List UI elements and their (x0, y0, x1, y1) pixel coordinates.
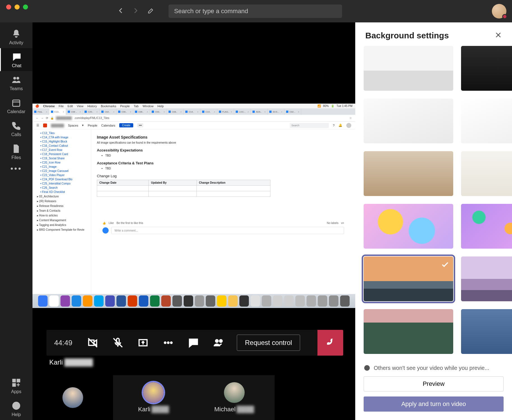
presenter-label: Karli██████ (49, 358, 93, 366)
rail-apps[interactable]: Apps (0, 374, 32, 397)
page-link: • C25_Interstitial Compo (40, 181, 91, 186)
page-group: ▸ Tagging and Analytics (37, 223, 91, 227)
page-link: • C23_Video Player (40, 173, 91, 177)
page-link: • C24_PDF Download Blo (40, 177, 91, 181)
close-window[interactable] (6, 4, 11, 10)
participant-empty (275, 375, 355, 420)
create-button: Create (119, 123, 133, 127)
participant[interactable]: Michael████ (194, 375, 275, 420)
check-icon (441, 260, 449, 270)
page-link: • C18_Persistent Card (40, 152, 91, 156)
share-toggle[interactable] (130, 330, 156, 356)
dock-app (318, 295, 327, 307)
dock-app (105, 295, 115, 307)
dock-app (262, 295, 271, 307)
svg-point-1 (17, 77, 19, 80)
rail-calendar[interactable]: Calendar (0, 94, 32, 117)
dock-app (94, 295, 104, 307)
minimize-window[interactable] (15, 4, 20, 10)
close-icon[interactable] (495, 31, 502, 40)
presence-badge (502, 14, 507, 19)
search-input[interactable]: Search or type a command (169, 4, 342, 18)
background-option[interactable] (461, 46, 512, 91)
confluence-header: ☰ ██████ Spaces▾ People Calendars Create… (32, 122, 355, 129)
background-option[interactable] (364, 151, 453, 196)
rail-chat[interactable]: Chat (0, 48, 32, 71)
dock-app (307, 295, 316, 307)
dock-app (340, 295, 350, 307)
dock-app (116, 295, 126, 307)
page-group: ▸ 03_Architecture (37, 194, 91, 199)
preview-button[interactable]: Preview (364, 376, 504, 391)
browser-tab: C06.. × (116, 109, 133, 115)
background-option[interactable] (364, 309, 453, 354)
zoom-window[interactable] (23, 4, 28, 10)
dock-app (139, 295, 148, 307)
apply-button[interactable]: Apply and turn on video (364, 396, 504, 412)
background-option[interactable] (461, 204, 512, 249)
page-group: ▸ How-to articles (37, 213, 91, 218)
page-link: • C26_Search (40, 186, 91, 190)
dock-app (60, 295, 70, 307)
svg-rect-3 (13, 379, 15, 382)
page-link: • C20_Icon Row (40, 160, 91, 165)
browser-tab: C06 .. × (66, 109, 83, 115)
page-group: ▸ Content Management (37, 218, 91, 223)
dock-app (273, 295, 282, 307)
page-link: • C19_Social Share (40, 156, 91, 160)
svg-rect-4 (17, 379, 20, 382)
rail-calls[interactable]: Calls (0, 117, 32, 140)
rail-files[interactable]: Files (0, 140, 32, 163)
browser-tab: C20.. × (83, 109, 100, 115)
chat-toggle[interactable] (181, 330, 206, 356)
dock-app (217, 295, 226, 307)
confluence-content: Image Asset Specifications All image spe… (91, 129, 355, 294)
camera-toggle[interactable] (80, 330, 105, 356)
window-controls[interactable] (6, 4, 28, 10)
app-rail: Activity Chat Teams Calendar Calls Files… (0, 22, 32, 420)
rail-teams[interactable]: Teams (0, 71, 32, 94)
rail-activity[interactable]: Activity (0, 25, 32, 48)
background-option[interactable] (364, 99, 453, 143)
dock-app (195, 295, 204, 307)
background-option[interactable] (364, 46, 453, 91)
participant[interactable] (32, 375, 113, 420)
request-control-button[interactable]: Request control (237, 335, 300, 351)
page-link: • C22_Image Carousel (40, 169, 91, 173)
background-option[interactable] (364, 256, 453, 301)
browser-tab: C14.. × (200, 109, 217, 115)
browser-tab: Fina.. × (32, 109, 49, 115)
search-placeholder: Search or type a command (174, 8, 248, 15)
background-option[interactable] (461, 99, 512, 143)
dock-app (284, 295, 294, 307)
browser-tab: C03.. × (150, 109, 167, 115)
more-actions[interactable] (156, 330, 181, 356)
rail-more[interactable]: ••• (10, 164, 22, 173)
nav-back[interactable] (118, 7, 124, 15)
hangup-button[interactable] (317, 330, 343, 356)
page-link: • C15_Highlight Block (40, 139, 91, 144)
background-option[interactable] (461, 309, 512, 354)
nav-forward[interactable] (132, 7, 139, 15)
svg-point-8 (164, 342, 166, 344)
browser-tab: FLAG.. × (217, 109, 234, 115)
page-link: • C13_Tiles (40, 131, 91, 135)
shared-screen: 🍎 Chrome File Edit View History Bookmark… (32, 104, 355, 308)
participant-roster: Karli████ Michael████ (32, 375, 355, 420)
dock-app (228, 295, 238, 307)
svg-point-9 (167, 342, 169, 344)
panel-title: Background settings (365, 31, 449, 40)
background-option[interactable] (461, 151, 512, 196)
mac-dock (32, 294, 355, 308)
svg-point-10 (170, 342, 172, 344)
background-option[interactable] (364, 204, 453, 249)
confluence-search: Search (290, 123, 329, 128)
call-controls: 44:49 Request control (46, 330, 343, 356)
rail-help[interactable]: Help (0, 397, 32, 420)
mic-toggle[interactable] (105, 330, 130, 356)
browser-tab: C02.. × (100, 109, 116, 115)
background-option[interactable] (461, 256, 512, 301)
participant[interactable]: Karli████ (113, 375, 194, 420)
people-toggle[interactable] (206, 330, 231, 356)
compose-icon[interactable] (147, 7, 155, 15)
